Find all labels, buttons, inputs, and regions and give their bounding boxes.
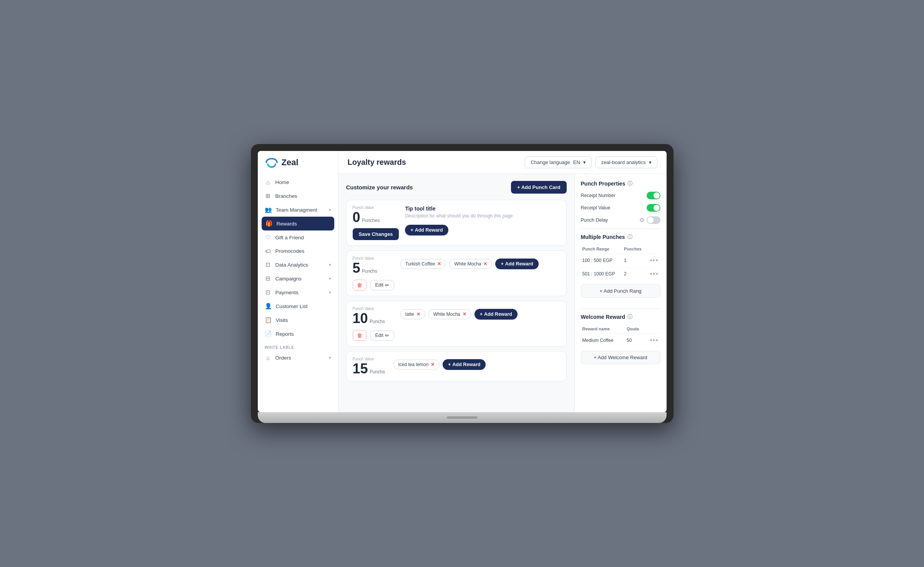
punch-card-right-5: Turkish Coffee ✕ White Mocha ✕ + bbox=[400, 256, 560, 269]
sidebar-item-label: Home bbox=[275, 179, 289, 185]
delete-button-5[interactable]: 🗑 bbox=[353, 280, 367, 290]
page-title: Loyalty rewards bbox=[348, 158, 406, 167]
welcome-reward-table: Reward name Qouta Medium Coffee 50 ••• bbox=[581, 325, 660, 347]
sidebar-item-orders[interactable]: ⌂ Orders ▾ bbox=[258, 351, 338, 365]
sidebar-item-label: Payments bbox=[275, 290, 299, 295]
punch-value-box-5: Punch Value 5 Punchs 🗑 Edit ✏ bbox=[353, 256, 395, 290]
customer-icon: 👤 bbox=[265, 303, 272, 310]
visits-icon: 📋 bbox=[265, 317, 272, 323]
add-reward-button-5[interactable]: + Add Reward bbox=[495, 259, 538, 269]
home-icon: ⌂ bbox=[265, 179, 272, 186]
payments-icon: ⊡ bbox=[265, 289, 272, 296]
col-range: Punch Range bbox=[581, 245, 623, 254]
punch-number-5: 5 bbox=[353, 260, 360, 276]
sidebar-item-payments[interactable]: ⊡ Payments ▾ bbox=[258, 285, 338, 299]
sidebar-item-reports[interactable]: 📄 Reports bbox=[258, 327, 338, 341]
punch-properties-title: Punch Properties ⓘ bbox=[581, 180, 660, 187]
gift-icon: ♡ bbox=[265, 234, 272, 241]
reward-name-value: Medium Coffee bbox=[581, 334, 625, 347]
reward-tags-15: Iced tea lemon ✕ + Add Reward bbox=[393, 359, 560, 370]
tip-tool-title: Tip tool title bbox=[405, 206, 560, 212]
add-welcome-reward-button[interactable]: + Add Welcome Reward bbox=[581, 351, 660, 364]
remove-tag-icon[interactable]: ✕ bbox=[463, 312, 466, 317]
add-reward-button-10[interactable]: + Add Reward bbox=[474, 309, 518, 320]
sidebar-item-customer-list[interactable]: 👤 Customer List bbox=[258, 299, 338, 313]
rewards-icon: 🎁 bbox=[265, 220, 273, 227]
gear-button[interactable]: ⚙ bbox=[639, 217, 644, 224]
sidebar-item-promocodes[interactable]: 🏷 Promocodes bbox=[258, 244, 338, 258]
punch-unit-15: Punchs bbox=[370, 369, 385, 375]
punch-value-box-10: Punch Value 10 Punchs 🗑 Edit ✏ bbox=[353, 307, 395, 341]
rewards-main: Customize your rewards + Add Punch Card … bbox=[338, 174, 574, 412]
branches-icon: ⊞ bbox=[265, 192, 272, 199]
add-punch-range-button[interactable]: + Add Punch Rang bbox=[581, 284, 660, 298]
row-menu-icon[interactable]: ••• bbox=[650, 257, 659, 264]
sidebar-item-label: Campaigns bbox=[275, 276, 302, 282]
account-dropdown[interactable]: zeal-board analytics ▾ bbox=[596, 156, 657, 168]
punch-range-table: Punch Range Punches 100 : 500 EGP 1 ••• bbox=[581, 245, 660, 280]
chevron-down-icon: ▾ bbox=[329, 262, 331, 267]
add-icon: + bbox=[448, 362, 451, 367]
sidebar-item-label: Customer List bbox=[276, 303, 308, 309]
table-row: 100 : 500 EGP 1 ••• bbox=[581, 254, 660, 267]
punches-value: 2 bbox=[622, 267, 647, 281]
row-menu-icon[interactable]: ••• bbox=[650, 270, 659, 277]
punch-delay-toggle[interactable] bbox=[647, 216, 660, 224]
punch-card-right-15: Iced tea lemon ✕ + Add Reward bbox=[393, 357, 560, 370]
punch-card-0: Punch Value 0 Punches Save Changes bbox=[346, 200, 567, 246]
receipt-number-label: Receipt Number bbox=[581, 193, 615, 198]
receipt-value-toggle[interactable] bbox=[647, 204, 660, 212]
reward-tags-10: latte ✕ White Mocha ✕ + bbox=[400, 309, 560, 320]
add-reward-button-0[interactable]: + Add Reward bbox=[405, 225, 448, 235]
sidebar-item-rewards[interactable]: 🎁 Rewards bbox=[262, 217, 334, 230]
punch-number-15: 15 bbox=[353, 361, 368, 376]
sidebar-item-data-analytics[interactable]: ⊡ Data Analytics ▾ bbox=[258, 258, 338, 272]
punch-number-10: 10 bbox=[353, 310, 368, 326]
sidebar-item-branches[interactable]: ⊞ Branches bbox=[258, 189, 338, 203]
tip-tool-area: Tip tool title Description for what shou… bbox=[405, 206, 560, 219]
tag-turkish-coffee: Turkish Coffee ✕ bbox=[400, 259, 446, 269]
punch-delay-row: Punch Delay ⚙ bbox=[581, 216, 660, 224]
punch-unit-0: Punches bbox=[362, 218, 380, 223]
add-punch-card-button[interactable]: + Add Punch Card bbox=[511, 181, 567, 194]
account-label: zeal-board analytics bbox=[601, 159, 646, 165]
punch-number-0: 0 bbox=[353, 209, 360, 225]
sidebar-item-team-managment[interactable]: 👥 Team Managment ▾ bbox=[258, 203, 338, 217]
add-icon: + bbox=[410, 227, 413, 233]
chevron-down-icon: ▾ bbox=[329, 207, 331, 212]
sidebar-item-label: Team Managment bbox=[276, 207, 317, 213]
edit-button-10[interactable]: Edit ✏ bbox=[370, 330, 395, 341]
sidebar-item-label: Promocodes bbox=[275, 248, 305, 254]
edit-button-5[interactable]: Edit ✏ bbox=[370, 280, 395, 290]
save-changes-button[interactable]: Save Changes bbox=[353, 228, 399, 240]
sidebar-item-gift-a-friend[interactable]: ♡ Gift a Friend bbox=[258, 230, 338, 244]
receipt-number-toggle[interactable] bbox=[647, 192, 660, 199]
quota-value: 50 bbox=[625, 334, 645, 347]
language-dropdown[interactable]: Change language EN ▾ bbox=[525, 156, 592, 168]
punch-card-right-0: Tip tool title Description for what shou… bbox=[405, 206, 560, 235]
punches-value: 1 bbox=[622, 254, 647, 267]
right-panel: Punch Properties ⓘ Receipt Number Receip… bbox=[574, 174, 667, 412]
add-icon: + bbox=[501, 261, 503, 267]
remove-tag-icon[interactable]: ✕ bbox=[416, 312, 420, 317]
range-value: 100 : 500 EGP bbox=[581, 254, 623, 267]
sidebar-item-visits[interactable]: 📋 Visits bbox=[258, 313, 338, 327]
sidebar-item-label: Visits bbox=[276, 317, 288, 323]
sidebar-item-home[interactable]: ⌂ Home bbox=[258, 176, 338, 189]
promo-icon: 🏷 bbox=[265, 248, 272, 254]
main-nav: ⌂ Home ⊞ Branches 👥 Team Managment ▾ 🎁 bbox=[258, 176, 338, 406]
rewards-header: Customize your rewards + Add Punch Card bbox=[346, 181, 567, 194]
remove-tag-icon[interactable]: ✕ bbox=[437, 261, 441, 267]
table-row: 501 : 1000 EGP 2 ••• bbox=[581, 267, 660, 281]
add-punch-card-label: + Add Punch Card bbox=[517, 184, 561, 190]
delete-button-10[interactable]: 🗑 bbox=[353, 330, 367, 341]
remove-tag-icon[interactable]: ✕ bbox=[483, 261, 487, 267]
sidebar-item-label: Branches bbox=[275, 193, 297, 199]
sidebar-item-campaigns[interactable]: ⊟ Campaigns ▾ bbox=[258, 272, 338, 285]
remove-tag-icon[interactable]: ✕ bbox=[431, 362, 435, 367]
row-menu-icon[interactable]: ••• bbox=[650, 337, 659, 343]
punch-card-15: Punch Value 15 Punchs Iced tea lemon bbox=[346, 351, 567, 381]
multiple-punches-title: Multiple Punches ⓘ bbox=[581, 234, 660, 240]
punch-unit-5: Punchs bbox=[362, 269, 377, 274]
add-reward-button-15[interactable]: + Add Reward bbox=[443, 359, 486, 370]
